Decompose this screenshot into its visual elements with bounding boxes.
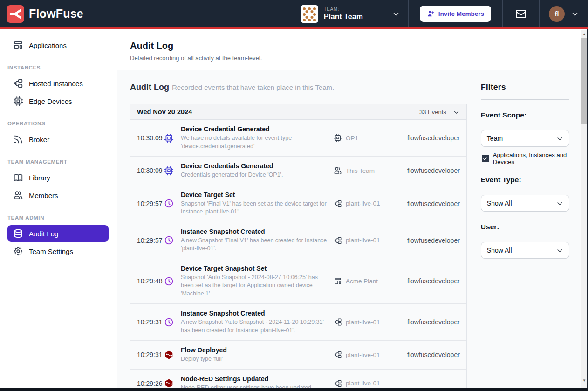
filters-divider xyxy=(481,99,569,100)
instance-icon xyxy=(334,379,342,388)
event-title: Instance Snapshot Created xyxy=(181,228,327,235)
scope-label: plant-live-01 xyxy=(346,319,380,326)
audit-log-row[interactable]: 10:29:26 Node-RED Settings Updated Node-… xyxy=(130,369,466,388)
sidebar-item-label: Members xyxy=(29,192,58,199)
audit-log-panel: Audit LogRecorded events that have taken… xyxy=(130,82,467,388)
event-user: flowfusedeveloper xyxy=(407,200,460,207)
event-type-value: Show All xyxy=(487,199,512,207)
notifications-mail-icon[interactable] xyxy=(502,0,539,27)
event-description: We have no details available for event t… xyxy=(181,134,327,151)
event-description: Credentials generated for Device 'OP1'. xyxy=(181,171,327,179)
checkbox-checked-icon[interactable] xyxy=(482,155,489,162)
audit-log-row[interactable]: 10:29:48 Device Target Snapshot Set Snap… xyxy=(130,259,466,304)
sidebar-section-header: OPERATIONS xyxy=(0,110,116,131)
audit-section-title-row: Audit LogRecorded events that have taken… xyxy=(130,82,467,92)
sidebar-item-broker[interactable]: Broker xyxy=(7,131,109,148)
event-title: Device Target Set xyxy=(181,191,327,199)
bottom-window-strip xyxy=(0,388,588,391)
clock-icon xyxy=(164,235,181,245)
sidebar-item-members[interactable]: Members xyxy=(7,187,109,204)
audit-log-row[interactable]: 10:29:31 Instance Snapshot Created A new… xyxy=(130,303,466,340)
event-time: 10:29:31 xyxy=(137,318,164,326)
chevron-down-icon xyxy=(556,200,563,207)
top-navbar: FlowFuse T xyxy=(0,0,588,29)
filters-panel: Filters Event Scope: Team Applications, … xyxy=(481,82,569,388)
event-time: 10:29:57 xyxy=(137,200,164,207)
brand-logo[interactable]: FlowFuse xyxy=(0,0,83,27)
nodered-icon xyxy=(164,350,181,360)
date-group-header[interactable]: Wed Nov 20 2024 33 Events xyxy=(130,104,467,120)
sidebar-item-library[interactable]: Library xyxy=(7,169,109,186)
event-time: 10:29:31 xyxy=(137,351,164,358)
chevron-down-icon xyxy=(556,247,563,254)
user-filter-value: Show All xyxy=(487,247,512,254)
book-icon xyxy=(13,172,23,183)
scope-label: Acme Plant xyxy=(346,278,378,285)
event-description: Node-RED editor user settings have been … xyxy=(181,384,327,388)
audit-log-row[interactable]: 10:30:09 Device Credential Generated We … xyxy=(130,120,466,156)
invite-members-button[interactable]: Invite Members xyxy=(420,6,491,22)
date-group-label: Wed Nov 20 2024 xyxy=(137,108,192,116)
event-type-select[interactable]: Show All xyxy=(481,195,569,212)
instance-icon xyxy=(334,350,342,359)
audit-log-row[interactable]: 10:29:57 Device Target Set Snapshot 'Fin… xyxy=(130,185,466,222)
scope-label: plant-live-01 xyxy=(346,351,380,358)
scope-label: plant-live-01 xyxy=(346,237,380,244)
scrollbar-thumb[interactable] xyxy=(581,38,587,124)
scope-label: This Team xyxy=(346,167,375,174)
team-label: TEAM: xyxy=(324,7,363,12)
table-divider xyxy=(130,100,467,100)
flowfuse-app: FlowFuse T xyxy=(0,0,588,391)
invite-members-label: Invite Members xyxy=(438,10,484,17)
event-title: Flow Deployed xyxy=(181,346,327,354)
brand-name: FlowFuse xyxy=(29,7,83,21)
event-title: Device Target Snapshot Set xyxy=(181,265,327,272)
scope-label: plant-live-01 xyxy=(346,380,380,387)
sidebar-item-edge-devices[interactable]: Edge Devices xyxy=(7,93,109,110)
user-chevron-down-icon xyxy=(571,10,579,18)
event-time: 10:30:09 xyxy=(137,134,164,142)
sidebar-item-label: Library xyxy=(29,174,50,182)
sidebar-item-applications[interactable]: Applications xyxy=(7,37,109,54)
user-add-icon xyxy=(427,10,435,18)
audit-log-row[interactable]: 10:30:09 Device Credentials Generated Cr… xyxy=(130,156,466,185)
broker-icon xyxy=(13,134,23,144)
user-filter-select[interactable]: Show All xyxy=(481,242,569,259)
checkbox-label: Applications, Instances and Devices xyxy=(493,151,569,165)
instance-icon xyxy=(334,318,342,326)
group-chevron-down-icon xyxy=(453,109,460,116)
sidebar-item-label: Applications xyxy=(29,41,67,49)
scope-label: OP1 xyxy=(346,135,358,142)
sidebar-item-hosted-instances[interactable]: Hosted Instances xyxy=(7,75,109,92)
team-name: Plant Team xyxy=(324,13,363,21)
instance-icon xyxy=(334,236,342,245)
event-description: A new Snapshot 'Final V1' has been creat… xyxy=(181,237,327,253)
include-children-checkbox-row[interactable]: Applications, Instances and Devices xyxy=(482,151,569,165)
audit-log-row[interactable]: 10:29:57 Instance Snapshot Created A new… xyxy=(130,222,466,259)
sidebar-item-team-settings[interactable]: Team Settings xyxy=(7,243,109,260)
page-title: Audit Log xyxy=(130,41,567,51)
nodered-icon xyxy=(164,378,181,388)
event-scope-select[interactable]: Team xyxy=(481,130,569,147)
event-title: Node-RED Settings Updated xyxy=(181,375,327,383)
audit-log-row[interactable]: 10:29:31 Flow Deployed Deploy type 'full… xyxy=(130,340,466,369)
database-icon xyxy=(13,228,23,239)
main-content: Audit Log Detailed recording of all acti… xyxy=(117,30,581,388)
sidebar-item-label: Edge Devices xyxy=(29,97,72,105)
sidebar-item-audit-log[interactable]: Audit Log xyxy=(7,225,109,242)
sidebar-item-label: Audit Log xyxy=(29,230,58,238)
event-time: 10:29:57 xyxy=(137,237,164,244)
user-menu[interactable]: fl xyxy=(539,0,588,27)
event-user: flowfusedeveloper xyxy=(407,134,460,142)
event-count: 33 Events xyxy=(419,109,446,116)
team-selector[interactable]: TEAM: Plant Team xyxy=(292,0,408,27)
event-scope-value: Team xyxy=(487,135,503,142)
users-icon xyxy=(13,190,23,200)
event-title: Device Credentials Generated xyxy=(181,162,327,170)
sidebar-item-label: Team Settings xyxy=(29,247,73,255)
filters-heading: Filters xyxy=(481,82,569,92)
sidebar-section-header: TEAM ADMIN xyxy=(0,205,116,225)
event-title: Device Credential Generated xyxy=(181,125,327,133)
event-time: 10:29:26 xyxy=(137,380,164,387)
user-avatar[interactable]: fl xyxy=(549,6,565,22)
